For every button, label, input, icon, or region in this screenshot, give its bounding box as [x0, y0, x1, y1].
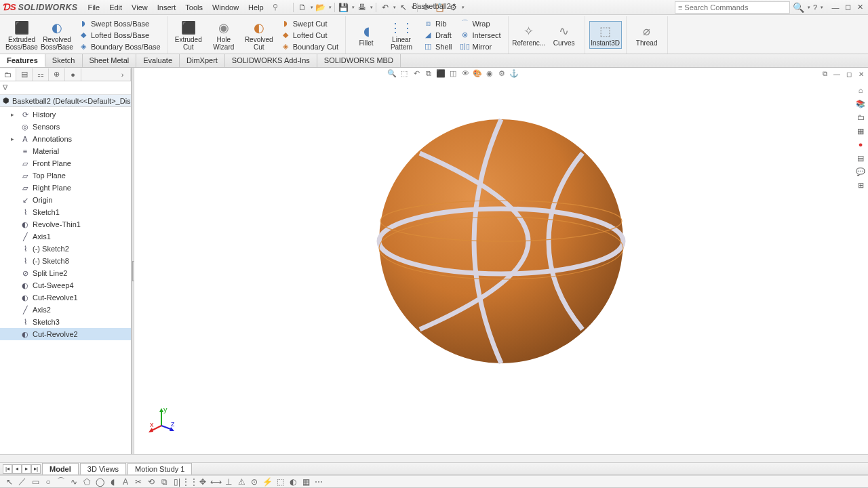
boundary-cut-button[interactable]: ◈Boundary Cut: [278, 41, 341, 52]
polygon-tool-icon[interactable]: ⬠: [81, 476, 92, 487]
spline-tool-icon[interactable]: ∿: [68, 476, 79, 487]
tree-item[interactable]: ◐Cut-Revolve1: [0, 291, 131, 304]
zoom-area-icon[interactable]: ⬚: [399, 68, 410, 79]
select-tool-icon[interactable]: ↖: [4, 476, 15, 487]
dimxpert-tab-icon[interactable]: ⊕: [49, 68, 65, 81]
tab-sheet-metal[interactable]: Sheet Metal: [83, 54, 137, 67]
view-orientation-icon[interactable]: ⬛: [435, 68, 446, 79]
view-settings-icon[interactable]: ⚙: [496, 68, 507, 79]
orientation-triad[interactable]: y x z: [148, 407, 175, 434]
move-tool-icon[interactable]: ✥: [197, 476, 208, 487]
swept-boss-button[interactable]: ◗Swept Boss/Base: [76, 18, 163, 29]
swept-cut-button[interactable]: ◗Swept Cut: [278, 18, 341, 29]
forum-icon[interactable]: 💬: [854, 165, 867, 178]
linear-pattern-button[interactable]: ⋮⋮Linear Pattern: [385, 18, 418, 52]
lofted-cut-button[interactable]: ◆Lofted Cut: [278, 30, 341, 41]
menu-tools[interactable]: Tools: [180, 1, 208, 14]
tab-features[interactable]: Features: [0, 54, 45, 67]
instant3d-button[interactable]: ⬚Instant3D: [589, 21, 622, 49]
tab-model[interactable]: Model: [42, 463, 79, 474]
tree-item[interactable]: ▱Right Plane: [0, 182, 131, 194]
revolved-cut-button[interactable]: ◐Revolved Cut: [243, 18, 275, 52]
tree-item[interactable]: ⊘Split Line2: [0, 267, 131, 279]
tree-root[interactable]: ⬢ Basketball2 (Default<<Default>_Displa: [0, 95, 131, 107]
tab-prev-icon[interactable]: ◂: [12, 464, 22, 474]
extruded-boss-button[interactable]: ⬛Extruded Boss/Base: [5, 18, 38, 52]
panel-expand-icon[interactable]: ›: [115, 68, 131, 81]
wrap-button[interactable]: ⌒Wrap: [457, 18, 503, 29]
property-manager-tab-icon[interactable]: ▤: [16, 68, 33, 81]
shell-button[interactable]: ◫Shell: [420, 41, 454, 52]
tab-first-icon[interactable]: |◂: [3, 464, 12, 474]
relation-tool-icon[interactable]: ⊥: [223, 476, 234, 487]
pin-icon[interactable]: ⚲: [273, 3, 278, 12]
minimize-button[interactable]: —: [830, 2, 841, 13]
tab-evaluate[interactable]: Evaluate: [136, 54, 180, 67]
tree-item[interactable]: ◐Cut-Revolve2: [0, 328, 131, 340]
instant2d-tool-icon[interactable]: ⬚: [275, 476, 285, 487]
print-icon[interactable]: 🖶: [356, 1, 368, 14]
menu-edit[interactable]: Edit: [104, 1, 127, 14]
undo-icon[interactable]: ↶: [379, 1, 391, 14]
anchor-icon[interactable]: ⚓: [509, 68, 519, 79]
vp-restore-icon[interactable]: ⧉: [819, 69, 830, 79]
mirror-tool-icon[interactable]: ▯|: [172, 476, 182, 487]
previous-view-icon[interactable]: ↶: [411, 68, 422, 79]
line-tool-icon[interactable]: ／: [17, 476, 28, 487]
select-icon[interactable]: ↖: [397, 1, 410, 14]
fillet-tool-icon[interactable]: ◖: [107, 476, 118, 487]
view-palette-icon[interactable]: ▦: [854, 125, 867, 137]
curves-button[interactable]: ∿Curves: [548, 22, 580, 48]
tree-item[interactable]: ◐Revolve-Thin1: [0, 218, 131, 230]
custom-props-icon[interactable]: ▤: [854, 152, 867, 164]
mirror-button[interactable]: ▯|▯Mirror: [457, 41, 503, 52]
tab-mbd[interactable]: SOLIDWORKS MBD: [317, 54, 401, 67]
design-library-icon[interactable]: 📚: [854, 98, 867, 110]
section-view-icon[interactable]: ⧉: [423, 68, 434, 79]
tab-addins[interactable]: SOLIDWORKS Add-Ins: [225, 54, 317, 67]
menu-file[interactable]: File: [83, 1, 104, 14]
search-commands[interactable]: ≡: [675, 1, 790, 14]
file-explorer-icon[interactable]: 🗀: [854, 111, 867, 123]
thread-button[interactable]: ⌀Thread: [631, 22, 663, 48]
filter-bar[interactable]: ∇: [0, 81, 131, 95]
tree-item[interactable]: ⌇(-) Sketch8: [0, 255, 131, 267]
open-icon[interactable]: 📂: [315, 1, 327, 14]
hide-show-icon[interactable]: 👁: [460, 68, 471, 79]
hole-wizard-button[interactable]: ◉Hole Wizard: [208, 18, 240, 52]
search-icon[interactable]: 🔍: [793, 2, 804, 13]
menu-help[interactable]: Help: [243, 1, 269, 14]
tree-item[interactable]: ▸⟳History: [0, 108, 131, 121]
more-tool-icon[interactable]: ⋯: [313, 476, 324, 487]
display-manager-tab-icon[interactable]: ●: [65, 68, 81, 81]
graphics-viewport[interactable]: ⧉ — ◻ ✕ ⌂ 📚 🗀 ▦ ● ▤ 💬 ⊞: [134, 68, 868, 454]
quicksnap-tool-icon[interactable]: ⊙: [249, 476, 260, 487]
grid-tool-icon[interactable]: ▦: [300, 476, 311, 487]
rapid-tool-icon[interactable]: ⚡: [262, 476, 273, 487]
rect-tool-icon[interactable]: ▭: [30, 476, 41, 487]
pattern-tool-icon[interactable]: ⋮⋮: [184, 476, 195, 487]
vp-close-icon[interactable]: ✕: [856, 69, 867, 79]
trim-tool-icon[interactable]: ✂: [133, 476, 144, 487]
dimension-tool-icon[interactable]: ⟷: [210, 476, 221, 487]
help-icon[interactable]: ?: [813, 3, 817, 12]
feature-tree-tab-icon[interactable]: 🗀: [0, 68, 16, 81]
extruded-cut-button[interactable]: ⬛Extruded Cut: [172, 18, 205, 52]
tree-item[interactable]: ▱Top Plane: [0, 169, 131, 182]
menu-view[interactable]: View: [127, 1, 153, 14]
tree-item[interactable]: ▱Front Plane: [0, 157, 131, 169]
revolved-boss-button[interactable]: ◐Revolved Boss/Base: [41, 18, 73, 52]
tab-next-icon[interactable]: ▸: [22, 464, 31, 474]
tab-sketch[interactable]: Sketch: [45, 54, 83, 67]
tree-item[interactable]: ◎Sensors: [0, 121, 131, 133]
tree-item[interactable]: ╱Axis2: [0, 304, 131, 316]
menu-insert[interactable]: Insert: [153, 1, 181, 14]
tree-item[interactable]: ╱Axis1: [0, 230, 131, 243]
shaded-tool-icon[interactable]: ◐: [288, 476, 298, 487]
horizontal-scrollbar[interactable]: [0, 454, 868, 463]
close-button[interactable]: ✕: [854, 2, 865, 13]
tree-item[interactable]: ⌇Sketch3: [0, 316, 131, 328]
vp-maximize-icon[interactable]: ◻: [844, 69, 854, 79]
tree-item[interactable]: ◐Cut-Sweep4: [0, 279, 131, 291]
display-style-icon[interactable]: ◫: [448, 68, 458, 79]
